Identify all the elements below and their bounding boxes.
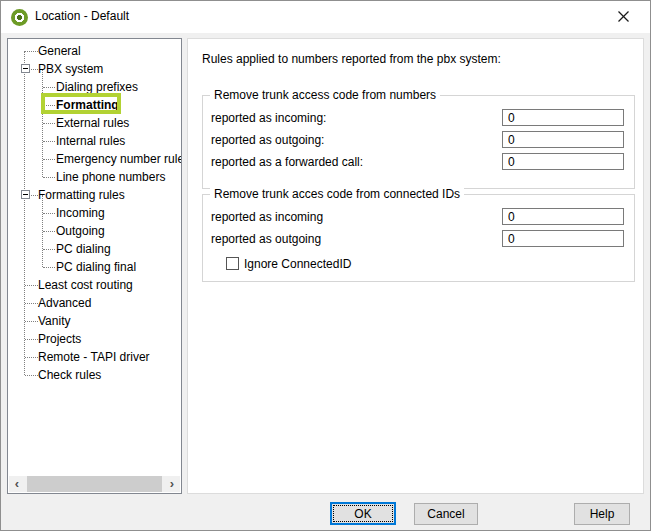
- tree-item-label: Emergency number rule: [56, 152, 182, 166]
- checkbox-row: Ignore ConnectedID: [203, 256, 634, 274]
- scrollbar-thumb[interactable]: [27, 476, 162, 492]
- tree-item-label: Check rules: [38, 368, 101, 382]
- connected-id-incoming-input[interactable]: [502, 208, 624, 225]
- tree-expander-minus-icon[interactable]: [21, 64, 30, 73]
- tree-item-label: General: [38, 44, 81, 58]
- tree-horizontal-scrollbar[interactable]: ‹ ›: [9, 476, 180, 492]
- tree-item-label: Projects: [38, 332, 81, 346]
- groupbox-title: Remove trunk access code from numbers: [210, 88, 440, 102]
- tree-expander-minus-icon[interactable]: [21, 190, 30, 199]
- tree-item-dialing-prefixes[interactable]: Dialing prefixes: [9, 78, 180, 96]
- tree-item-label: Line phone numbers: [56, 170, 165, 184]
- field-label: reported as outgoing: [211, 232, 321, 246]
- tree-item-formatting[interactable]: Formatting: [9, 96, 180, 114]
- tree-item-outgoing[interactable]: Outgoing: [9, 222, 180, 240]
- tree-item-incoming[interactable]: Incoming: [9, 204, 180, 222]
- location-dialog-window: Location - Default General PBX system Di…: [0, 0, 651, 531]
- tree-item-least-cost-routing[interactable]: Least cost routing: [9, 276, 180, 294]
- tree-item-label: Formatting: [56, 98, 119, 112]
- tree-item-line-phone-numbers[interactable]: Line phone numbers: [9, 168, 180, 186]
- tree-item-internal-rules[interactable]: Internal rules: [9, 132, 180, 150]
- close-button[interactable]: [604, 1, 642, 32]
- field-label: reported as incoming: [211, 210, 323, 224]
- titlebar: Location - Default: [1, 1, 650, 33]
- trunk-code-incoming-input[interactable]: [502, 109, 624, 126]
- tree-item-label: PC dialing: [56, 242, 111, 256]
- field-label: reported as a forwarded call:: [211, 155, 363, 169]
- tree-item-advanced[interactable]: Advanced: [9, 294, 180, 312]
- field-row: reported as a forwarded call:: [203, 153, 634, 171]
- cancel-button[interactable]: Cancel: [414, 503, 478, 525]
- tree-item-emergency-number-rule[interactable]: Emergency number rule: [9, 150, 180, 168]
- ok-button[interactable]: OK: [330, 502, 396, 525]
- field-row: reported as outgoing:: [203, 131, 634, 149]
- tree-item-check-rules[interactable]: Check rules: [9, 366, 180, 384]
- tree-item-label: Incoming: [56, 206, 105, 220]
- field-row: reported as incoming:: [203, 109, 634, 127]
- tree-item-label: Outgoing: [56, 224, 105, 238]
- field-row: reported as incoming: [203, 208, 634, 226]
- app-logo-icon: [11, 9, 28, 26]
- checkbox-label: Ignore ConnectedID: [244, 257, 351, 271]
- tree-item-remote-tapi-driver[interactable]: Remote - TAPI driver: [9, 348, 180, 366]
- help-button-label: Help: [590, 507, 615, 521]
- tree-item-external-rules[interactable]: External rules: [9, 114, 180, 132]
- help-button[interactable]: Help: [574, 503, 630, 525]
- ignore-connectedid-checkbox[interactable]: [226, 257, 239, 270]
- tree-item-projects[interactable]: Projects: [9, 330, 180, 348]
- groupbox-title: Remove trunk acces code from connected I…: [210, 187, 464, 201]
- tree-item-vanity[interactable]: Vanity: [9, 312, 180, 330]
- settings-panel: Rules applied to numbers reported from t…: [187, 38, 644, 494]
- close-icon: [618, 11, 629, 22]
- tree-item-label: PC dialing final: [56, 260, 136, 274]
- tree-item-label: Dialing prefixes: [56, 80, 138, 94]
- scroll-right-icon[interactable]: ›: [164, 476, 180, 492]
- field-row: reported as outgoing: [203, 230, 634, 248]
- group-remove-trunk-access-connected-ids: Remove trunk acces code from connected I…: [202, 194, 635, 282]
- tree-item-label: Formatting rules: [38, 188, 125, 202]
- field-label: reported as outgoing:: [211, 133, 324, 147]
- tree-item-label: Vanity: [38, 314, 70, 328]
- group-remove-trunk-access-numbers: Remove trunk access code from numbers re…: [202, 95, 635, 189]
- tree-item-label: PBX system: [38, 62, 103, 76]
- trunk-code-outgoing-input[interactable]: [502, 131, 624, 148]
- tree-item-label: Least cost routing: [38, 278, 133, 292]
- trunk-code-forwarded-input[interactable]: [502, 153, 624, 170]
- ok-button-label: OK: [354, 507, 371, 521]
- tree-item-label: Advanced: [38, 296, 91, 310]
- tree-item-pc-dialing[interactable]: PC dialing: [9, 240, 180, 258]
- field-label: reported as incoming:: [211, 111, 326, 125]
- window-title: Location - Default: [35, 1, 129, 32]
- tree-item-general[interactable]: General: [9, 42, 180, 60]
- tree-item-label: Internal rules: [56, 134, 125, 148]
- tree-item-formatting-rules[interactable]: Formatting rules: [9, 186, 180, 204]
- connected-id-outgoing-input[interactable]: [502, 230, 624, 247]
- tree-item-label: External rules: [56, 116, 129, 130]
- tree-item-pc-dialing-final[interactable]: PC dialing final: [9, 258, 180, 276]
- navigation-tree: General PBX system Dialing prefixes Form…: [7, 38, 182, 494]
- scroll-left-icon[interactable]: ‹: [9, 476, 25, 492]
- rules-header-text: Rules applied to numbers reported from t…: [202, 52, 501, 66]
- cancel-button-label: Cancel: [427, 507, 464, 521]
- tree-item-pbx-system[interactable]: PBX system: [9, 60, 180, 78]
- tree-item-label: Remote - TAPI driver: [38, 350, 150, 364]
